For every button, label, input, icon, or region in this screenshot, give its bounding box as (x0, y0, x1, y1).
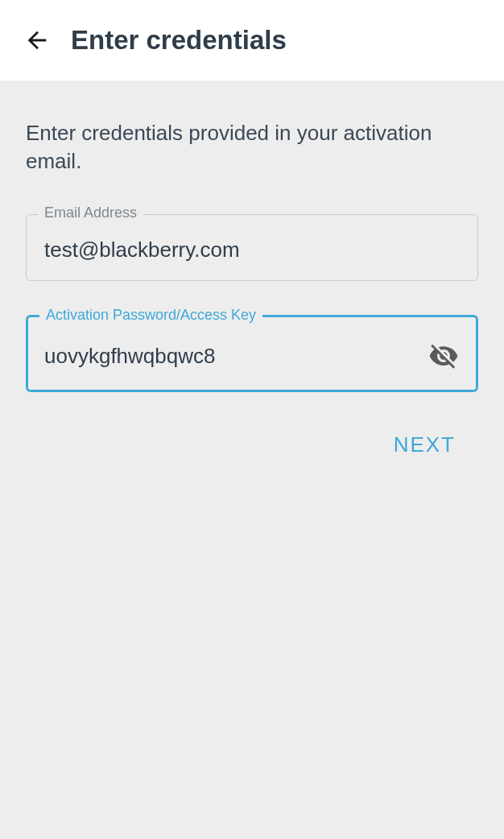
back-button[interactable] (23, 26, 52, 55)
password-label: Activation Password/Access Key (39, 308, 262, 322)
email-field-container[interactable]: Email Address (26, 214, 478, 281)
email-field-wrapper: Email Address (26, 214, 478, 281)
email-label: Email Address (38, 205, 143, 220)
content: Enter credentials provided in your activ… (0, 81, 504, 464)
instructions-text: Enter credentials provided in your activ… (26, 119, 478, 176)
header: Enter credentials (0, 0, 504, 81)
password-field-wrapper: Activation Password/Access Key (26, 315, 478, 392)
password-input[interactable] (44, 344, 416, 369)
visibility-toggle[interactable] (426, 338, 461, 374)
next-button[interactable]: NEXT (390, 426, 459, 464)
page-title: Enter credentials (71, 25, 287, 56)
email-input[interactable] (44, 238, 461, 262)
eye-off-icon (428, 341, 459, 371)
arrow-back-icon (23, 27, 51, 54)
password-field-container[interactable]: Activation Password/Access Key (26, 315, 478, 392)
next-row: NEXT (26, 426, 478, 464)
